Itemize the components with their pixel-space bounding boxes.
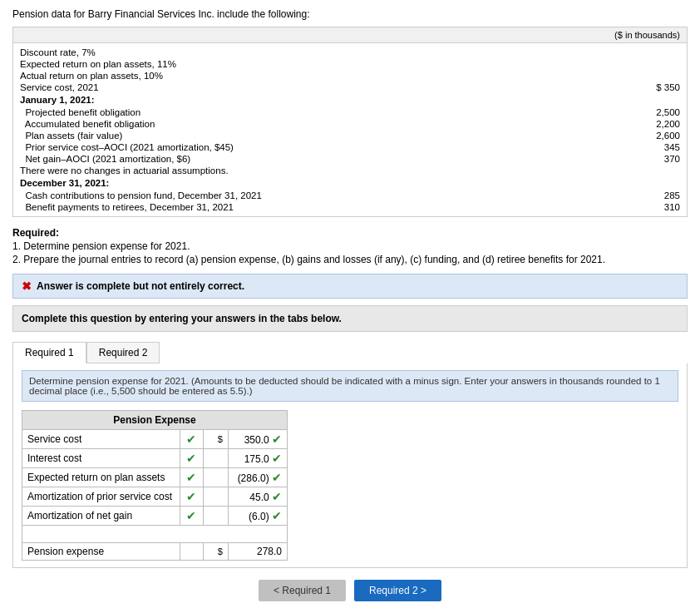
data-row-value: 2,200: [630, 119, 680, 129]
answer-banner-text: Answer is complete but not entirely corr…: [37, 280, 244, 292]
data-row-value: 310: [630, 202, 680, 212]
data-row: Net gain–AOCI (2021 amortization, $6) 37…: [20, 153, 680, 165]
data-row: Service cost, 2021 $ 350: [20, 82, 680, 93]
empty-cell: [180, 543, 203, 561]
dollar-sign: [203, 487, 228, 507]
data-row: Plan assets (fair value) 2,600: [20, 130, 680, 141]
check-icon: ✔: [180, 430, 203, 449]
dollar-sign: $: [203, 430, 228, 449]
row-label: Interest cost: [22, 449, 180, 468]
data-row: Prior service cost–AOCI (2021 amortizati…: [20, 141, 680, 153]
data-row-label: Accumulated benefit obligation: [20, 119, 630, 129]
check-icon: ✔: [180, 487, 203, 507]
check-icon: ✔: [180, 449, 203, 468]
spacer-row: [22, 526, 288, 543]
row-label: Service cost: [22, 430, 180, 449]
data-row: Projected benefit obligation 2,500: [20, 106, 680, 118]
data-row-label: Actual return on plan assets, 10%: [20, 71, 630, 81]
tab-required-2[interactable]: Required 2: [86, 342, 160, 363]
check2-icon: ✔: [272, 452, 282, 465]
table-row: Interest cost ✔ 175.0 ✔: [22, 449, 288, 468]
value-text: (6.0): [249, 511, 269, 522]
data-row-label: Expected return on plan assets, 11%: [20, 59, 630, 69]
data-row: Discount rate, 7%: [20, 47, 680, 58]
section-header: December 31, 2021:: [20, 176, 680, 190]
table-row: Service cost ✔ $ 350.0 ✔: [22, 430, 288, 449]
row-label: Amortization of net gain: [22, 507, 180, 526]
data-table: ($ in thousands) Discount rate, 7% Expec…: [12, 27, 688, 217]
dollar-sign: [203, 449, 228, 468]
data-row-value: [630, 47, 680, 57]
data-row: Accumulated benefit obligation 2,200: [20, 118, 680, 130]
row-value[interactable]: 350.0 ✔: [228, 430, 287, 449]
data-row-value: [630, 59, 680, 69]
data-row-label: Projected benefit obligation: [20, 107, 630, 117]
data-table-header: ($ in thousands): [13, 27, 687, 43]
required-item-2: 2. Prepare the journal entries to record…: [12, 254, 688, 265]
table-row: Amortization of net gain ✔ (6.0) ✔: [22, 507, 288, 526]
total-label: Pension expense: [22, 543, 180, 561]
data-row-value: 285: [630, 190, 680, 200]
data-row-label: Net gain–AOCI (2021 amortization, $6): [20, 154, 630, 164]
value-text: 175.0: [244, 453, 269, 465]
check2-icon: ✔: [272, 471, 282, 484]
data-row-value: 2,500: [630, 107, 680, 117]
total-dollar: $: [203, 543, 228, 561]
row-label: Amortization of prior service cost: [22, 487, 180, 507]
total-value[interactable]: 278.0: [228, 543, 287, 561]
value-text: (286.0): [238, 472, 269, 484]
row-label: Expected return on plan assets: [22, 468, 180, 487]
data-row-label: Prior service cost–AOCI (2021 amortizati…: [20, 142, 630, 152]
data-row-label: Service cost, 2021: [20, 82, 630, 92]
row-value[interactable]: (6.0) ✔: [228, 507, 287, 526]
row-value[interactable]: 175.0 ✔: [228, 449, 287, 468]
pension-table: Pension Expense Service cost ✔ $ 350.0 ✔…: [22, 410, 288, 561]
dollar-sign: [203, 507, 228, 526]
tab-content: Determine pension expense for 2021. (Amo…: [12, 363, 688, 568]
data-row: Actual return on plan assets, 10%: [20, 70, 680, 82]
pension-table-header: Pension Expense: [22, 411, 288, 430]
complete-text: Complete this question by entering your …: [12, 305, 688, 332]
intro-text: Pension data for Barry Financial Service…: [12, 8, 688, 20]
required-title: Required:: [12, 227, 688, 239]
data-row-value: [630, 71, 680, 81]
tab-required-1[interactable]: Required 1: [12, 342, 86, 363]
x-icon: ✖: [22, 279, 32, 293]
value-text: 45.0: [249, 492, 269, 503]
data-row-value: 370: [630, 154, 680, 164]
data-row-label: Cash contributions to pension fund, Dece…: [20, 190, 630, 200]
total-row: Pension expense $ 278.0: [22, 543, 288, 561]
prev-button[interactable]: < Required 1: [259, 580, 346, 601]
next-button[interactable]: Required 2 >: [354, 580, 441, 601]
check-icon: ✔: [180, 468, 203, 487]
data-row: Benefit payments to retirees, December 3…: [20, 201, 680, 213]
tabs-row: Required 1 Required 2: [12, 342, 688, 363]
check-icon: ✔: [180, 507, 203, 526]
dollar-sign: [203, 468, 228, 487]
row-value[interactable]: 45.0 ✔: [228, 487, 287, 507]
instruction-box: Determine pension expense for 2021. (Amo…: [22, 370, 678, 402]
section-header: January 1, 2021:: [20, 93, 680, 106]
data-row-label: Benefit payments to retirees, December 3…: [20, 202, 630, 212]
row-value[interactable]: (286.0) ✔: [228, 468, 287, 487]
required-item-1: 1. Determine pension expense for 2021.: [12, 240, 688, 252]
check2-icon: ✔: [272, 433, 282, 446]
data-row-label: There were no changes in actuarial assum…: [20, 166, 630, 175]
nav-buttons: < Required 1 Required 2 >: [12, 580, 688, 601]
data-row-value: $ 350: [630, 82, 680, 92]
table-row: Amortization of prior service cost ✔ 45.…: [22, 487, 288, 507]
check2-icon: ✔: [272, 509, 282, 522]
answer-banner: ✖ Answer is complete but not entirely co…: [12, 274, 688, 299]
check2-icon: ✔: [272, 490, 282, 503]
value-text: 350.0: [244, 434, 269, 446]
required-section: Required: 1. Determine pension expense f…: [12, 227, 688, 265]
data-table-body: Discount rate, 7% Expected return on pla…: [13, 43, 687, 216]
data-row-label: Plan assets (fair value): [20, 131, 630, 141]
data-row: Cash contributions to pension fund, Dece…: [20, 190, 680, 201]
table-row: Expected return on plan assets ✔ (286.0)…: [22, 468, 288, 487]
data-row-value: [630, 166, 680, 175]
data-row: There were no changes in actuarial assum…: [20, 165, 680, 176]
total-value-text: 278.0: [257, 546, 282, 557]
data-row-value: 345: [630, 142, 680, 152]
data-row: Expected return on plan assets, 11%: [20, 58, 680, 70]
